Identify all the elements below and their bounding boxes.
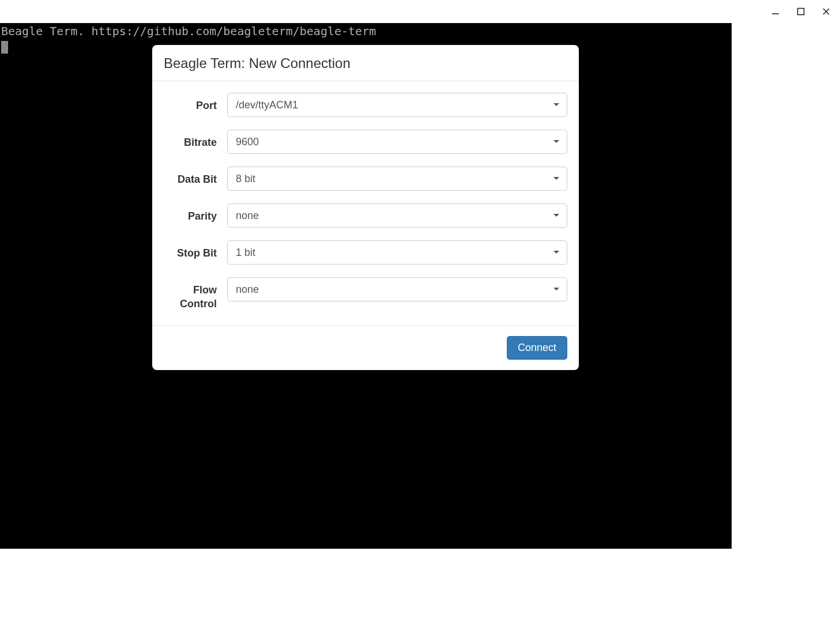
connect-button[interactable]: Connect xyxy=(507,336,567,360)
databit-label: Data Bit xyxy=(164,167,227,186)
field-row-bitrate: Bitrate 9600 xyxy=(164,130,567,154)
maximize-icon xyxy=(797,7,805,16)
port-select[interactable]: /dev/ttyACM1 xyxy=(227,93,567,117)
field-row-flowcontrol: Flow Control none xyxy=(164,277,567,311)
databit-select[interactable]: 8 bit xyxy=(227,167,567,191)
bitrate-label: Bitrate xyxy=(164,130,227,149)
dialog-footer: Connect xyxy=(152,325,579,370)
svg-rect-0 xyxy=(798,9,804,15)
close-button[interactable] xyxy=(815,2,838,21)
bitrate-select[interactable]: 9600 xyxy=(227,130,567,154)
flowcontrol-label: Flow Control xyxy=(164,277,227,311)
parity-label: Parity xyxy=(164,203,227,223)
dialog-title: Beagle Term: New Connection xyxy=(164,55,567,71)
stopbit-select[interactable]: 1 bit xyxy=(227,240,567,265)
right-blank-panel xyxy=(732,23,840,630)
field-row-stopbit: Stop Bit 1 bit xyxy=(164,240,567,265)
terminal-cursor xyxy=(1,41,8,54)
stopbit-label: Stop Bit xyxy=(164,240,227,260)
window-titlebar xyxy=(0,0,840,23)
close-icon xyxy=(822,7,830,16)
maximize-button[interactable] xyxy=(789,2,812,21)
terminal-banner: Beagle Term. https://github.com/beaglete… xyxy=(0,23,840,40)
new-connection-dialog: Beagle Term: New Connection Port /dev/tt… xyxy=(152,45,579,370)
field-row-port: Port /dev/ttyACM1 xyxy=(164,93,567,117)
minimize-button[interactable] xyxy=(764,2,787,21)
minimize-icon xyxy=(771,7,779,16)
flowcontrol-select[interactable]: none xyxy=(227,277,567,301)
port-label: Port xyxy=(164,93,227,112)
bottom-blank-panel xyxy=(0,549,840,630)
field-row-databit: Data Bit 8 bit xyxy=(164,167,567,191)
dialog-body: Port /dev/ttyACM1 Bitrate 9600 Data Bit … xyxy=(152,81,579,325)
parity-select[interactable]: none xyxy=(227,203,567,228)
dialog-header: Beagle Term: New Connection xyxy=(152,45,579,81)
field-row-parity: Parity none xyxy=(164,203,567,228)
